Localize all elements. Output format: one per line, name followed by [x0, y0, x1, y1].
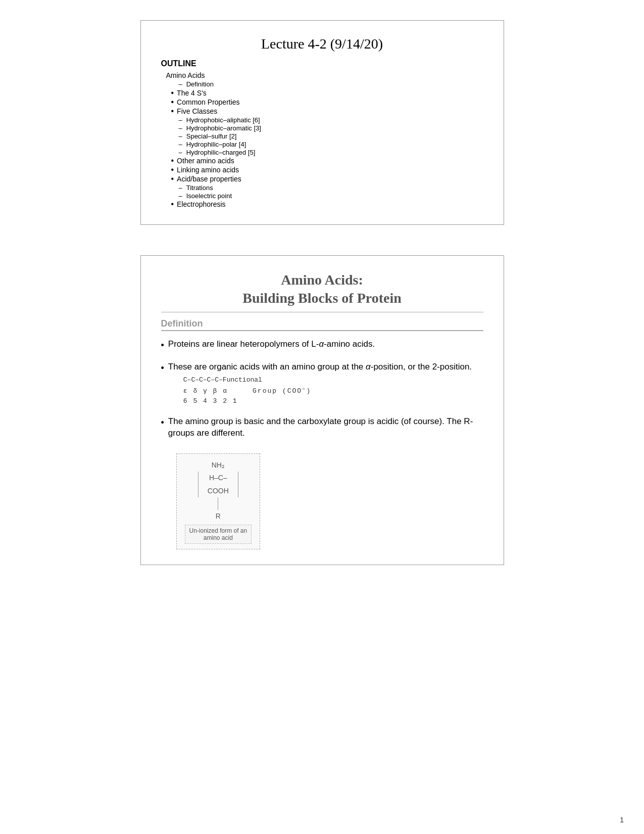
top-item-amino-acids: Amino Acids: [166, 71, 483, 79]
bullet-1-sym: •: [161, 339, 164, 352]
bullet-item-linking: • Linking amino acids: [171, 166, 483, 174]
bullet-item-acidbase: • Acid/base properties: [171, 175, 483, 183]
slide-1: Lecture 4-2 (9/14/20) OUTLINE Amino Acid…: [140, 20, 504, 225]
bullet-item-other-amino: • Other amino acids: [171, 157, 483, 165]
bullet-3-text: The amino group is basic and the carboxy…: [168, 415, 483, 440]
chain-diagram: C–C–C–C–C–Functional ε δ γ β α Group (CO…: [183, 375, 483, 406]
outline-heading: OUTLINE: [161, 59, 483, 68]
slide-2-title: Amino Acids: Building Blocks of Protein: [161, 271, 483, 308]
caption-line2: amino acid: [189, 534, 247, 541]
sub-item-hydrophilic-charged: – Hydrophilic–charged [5]: [179, 149, 483, 156]
structure-diagram: NH₂ H–C–COOH R Un-ionized form of an ami…: [176, 453, 261, 549]
sub-item-hydrophobic-aliphatic: – Hydrophobic–aliphatic [6]: [179, 116, 483, 124]
chain-numbering: 6 5 4 3 2 1: [183, 396, 483, 406]
bullet-2: • These are organic acids with an amino …: [161, 361, 483, 406]
sub-item-definition: – Definition: [179, 80, 483, 88]
greek-positions: ε δ γ β α Group (COO–): [183, 385, 483, 396]
bullet-1-text: Proteins are linear heteropolymers of L-…: [168, 338, 483, 350]
nh2-group: NH₂: [185, 459, 252, 472]
sub-item-hydrophobic-aromatic: – Hydrophobic–aromatic [3]: [179, 124, 483, 132]
bullet-item-4s: • The 4 S's: [171, 89, 483, 97]
bullet-1: • Proteins are linear heteropolymers of …: [161, 338, 483, 352]
page-number: 1: [620, 816, 624, 824]
sub-item-titrations: – Titrations: [179, 184, 483, 192]
slide-2-title-line1: Amino Acids:: [161, 271, 483, 289]
title-divider: [161, 312, 483, 312]
structure-formula: NH₂ H–C–COOH R: [185, 459, 252, 523]
sub-item-special-sulfur: – Special–sulfur [2]: [179, 132, 483, 140]
section-definition: Definition: [161, 318, 483, 331]
r-group: R: [185, 510, 252, 523]
caption-line1: Un-ionized form of an: [189, 527, 247, 534]
bullet-3-sym: •: [161, 416, 164, 429]
bullet-item-five-classes: • Five Classes: [171, 107, 483, 115]
bullet-2-text: These are organic acids with an amino gr…: [168, 361, 483, 406]
center-group: H–C–COOH: [198, 472, 238, 497]
structure-caption: Un-ionized form of an amino acid: [185, 525, 252, 544]
bullet-item-common-props: • Common Properties: [171, 98, 483, 106]
slide-2: Amino Acids: Building Blocks of Protein …: [140, 255, 504, 565]
slide-2-title-line2: Building Blocks of Protein: [161, 289, 483, 307]
bullet-3: • The amino group is basic and the carbo…: [161, 415, 483, 440]
slide-1-title: Lecture 4-2 (9/14/20): [161, 36, 483, 52]
bullet-item-electrophoresis: • Electrophoresis: [171, 200, 483, 208]
sub-item-hydrophilic-polar: – Hydrophilic–polar [4]: [179, 141, 483, 148]
bullet-2-sym: •: [161, 362, 164, 375]
sub-item-isoelectric: – Isoelectric point: [179, 192, 483, 200]
chain-formula: C–C–C–C–C–Functional: [183, 375, 483, 385]
